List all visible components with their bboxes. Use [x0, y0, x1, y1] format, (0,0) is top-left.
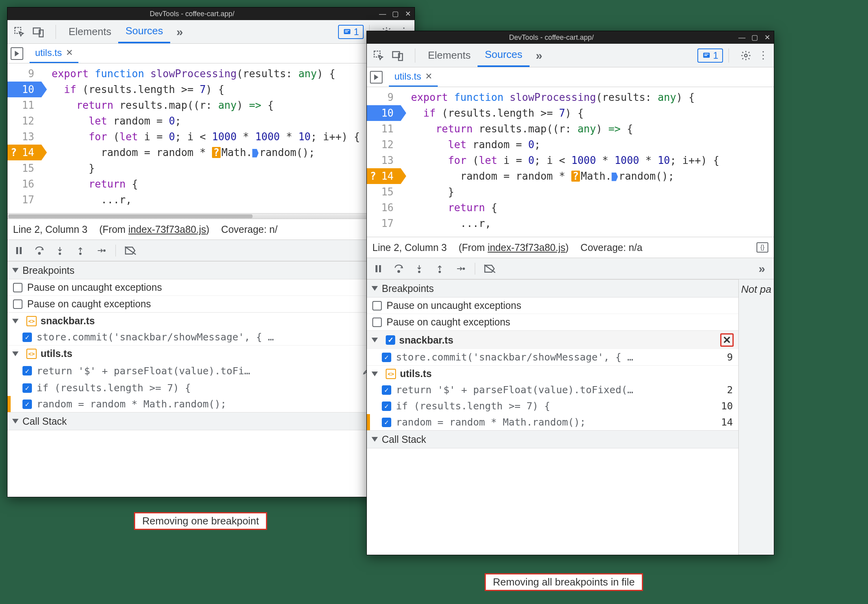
checkbox-checked[interactable]: ✓ — [382, 418, 391, 427]
maximize-icon[interactable]: ▢ — [751, 34, 758, 41]
tab-elements[interactable]: Elements — [421, 44, 478, 67]
code-lines[interactable]: export function slowProcessing(results: … — [401, 87, 774, 237]
breakpoint-row[interactable]: ✓ random = random * Math.random(); 14 — [367, 414, 738, 430]
checkbox-unchecked[interactable] — [372, 318, 382, 327]
breakpoint-row[interactable]: ✓ if (results.length >= 7) { 10 — [367, 398, 738, 414]
maximize-icon[interactable]: ▢ — [392, 10, 399, 17]
checkbox-checked[interactable]: ✓ — [22, 383, 32, 393]
checkbox-checked[interactable]: ✓ — [22, 366, 32, 375]
tab-sources[interactable]: Sources — [478, 44, 529, 67]
file-tab-utils[interactable]: utils.ts ✕ — [30, 44, 78, 63]
debugger-toolbar — [7, 240, 414, 261]
tab-overflow[interactable]: » — [530, 49, 549, 62]
deactivate-breakpoints-icon[interactable] — [484, 263, 496, 275]
step-into-icon[interactable] — [413, 263, 425, 275]
file-tab-utils[interactable]: utils.ts ✕ — [389, 67, 438, 87]
device-toggle-icon[interactable] — [31, 25, 45, 39]
step-icon[interactable] — [95, 245, 107, 256]
source-from[interactable]: (From index-73f73a80.js) — [459, 242, 569, 253]
checkbox-checked[interactable]: ✓ — [382, 401, 391, 411]
navigator-toggle-icon[interactable] — [11, 47, 23, 60]
breakpoint-row[interactable]: ✓ store.commit('snackbar/showMessage', {… — [367, 349, 738, 365]
step-icon[interactable] — [454, 263, 466, 275]
checkbox-checked[interactable]: ✓ — [22, 400, 32, 409]
issues-icon — [702, 51, 711, 60]
tab-sources[interactable]: Sources — [118, 20, 170, 43]
devtools-window-right: DevTools - coffee-cart.app/ — ▢ ✕ Elemen… — [366, 31, 774, 555]
pretty-print-icon[interactable]: {} — [756, 242, 768, 253]
step-out-icon[interactable] — [434, 263, 446, 275]
remove-file-breakpoints-icon[interactable]: ✕ — [722, 335, 732, 345]
breakpoints-section-header[interactable]: Breakpoints — [7, 261, 414, 279]
checkbox-checked[interactable]: ✓ — [382, 353, 391, 362]
issues-count: 1 — [713, 50, 718, 61]
tab-overflow[interactable]: » — [170, 25, 190, 39]
breakpoint-row-hovered[interactable]: ✓ return '$' + parseFloat(value).toFi… ✕… — [7, 362, 414, 380]
svg-point-9 — [80, 253, 81, 255]
pause-caught-row[interactable]: Pause on caught exceptions — [367, 314, 738, 331]
pause-icon[interactable] — [372, 263, 384, 275]
titlebar[interactable]: DevTools - coffee-cart.app/ — ▢ ✕ — [7, 7, 414, 20]
breakpoint-row[interactable]: ✓ return '$' + parseFloat(value).toFixed… — [367, 382, 738, 398]
coverage-label: Coverage: n/ — [221, 224, 277, 235]
titlebar[interactable]: DevTools - coffee-cart.app/ — ▢ ✕ — [367, 31, 774, 44]
code-lines[interactable]: export function slowProcessing(results: … — [41, 63, 414, 213]
gutter[interactable]: 9 10 11 12 13 ?14 15 16 17 — [367, 87, 401, 237]
device-toggle-icon[interactable] — [390, 48, 405, 63]
breakpoint-file-group-hovered[interactable]: ✓ snackbar.ts ✕ — [367, 331, 738, 349]
statusline: Line 2, Column 3 (From index-73f73a80.js… — [367, 237, 774, 258]
step-over-icon[interactable] — [33, 245, 45, 256]
code-editor[interactable]: 9 10 11 12 13 ?14 15 16 17 export functi… — [367, 87, 774, 237]
step-into-icon[interactable] — [54, 245, 66, 256]
close-tab-icon[interactable]: ✕ — [425, 71, 432, 82]
breakpoint-file-group[interactable]: <> snackbar.ts — [7, 312, 414, 329]
checkbox-unchecked[interactable] — [13, 299, 22, 309]
close-tab-icon[interactable]: ✕ — [66, 48, 73, 58]
breakpoint-file-group[interactable]: <> utils.ts — [7, 345, 414, 362]
issues-badge[interactable]: 1 — [338, 25, 364, 39]
svg-point-7 — [39, 252, 41, 254]
navigator-toggle-icon[interactable] — [370, 71, 383, 84]
breakpoint-row[interactable]: ✓ store.commit('snackbar/showMessage', {… — [7, 329, 414, 345]
step-out-icon[interactable] — [74, 245, 86, 256]
svg-point-20 — [439, 271, 441, 273]
checkbox-checked[interactable]: ✓ — [386, 335, 395, 345]
breakpoint-file-group[interactable]: <> utils.ts — [367, 365, 738, 382]
minimize-icon[interactable]: — — [379, 10, 386, 17]
pause-uncaught-row[interactable]: Pause on uncaught exceptions — [367, 297, 738, 314]
conditional-breakpoint-indicator — [7, 396, 11, 412]
breakpoint-row[interactable]: ✓ if (results.length >= 7) { 10 — [7, 380, 414, 396]
minimize-icon[interactable]: — — [738, 34, 745, 41]
gear-icon[interactable] — [740, 50, 752, 61]
call-stack-section-header[interactable]: Call Stack — [7, 412, 414, 430]
pause-icon[interactable] — [13, 245, 25, 256]
checkbox-unchecked[interactable] — [372, 301, 382, 310]
pause-caught-row[interactable]: Pause on caught exceptions — [7, 296, 414, 312]
close-window-icon[interactable]: ✕ — [764, 34, 771, 41]
line-number: 9 — [367, 89, 401, 105]
call-stack-section-header[interactable]: Call Stack — [367, 430, 738, 448]
tab-elements[interactable]: Elements — [61, 20, 118, 43]
inspect-icon[interactable] — [372, 48, 386, 63]
checkbox-unchecked[interactable] — [13, 283, 22, 292]
source-from[interactable]: (From index-73f73a80.js) — [99, 224, 209, 235]
close-window-icon[interactable]: ✕ — [404, 10, 411, 17]
pause-uncaught-row[interactable]: Pause on uncaught exceptions — [7, 279, 414, 296]
panel-overflow[interactable]: » — [755, 262, 768, 275]
line-number: 17 — [367, 216, 401, 231]
breakpoint-row[interactable]: ✓ random = random * Math.random(); 14 — [7, 396, 414, 412]
checkbox-checked[interactable]: ✓ — [22, 333, 32, 342]
debugger-toolbar: » — [367, 258, 774, 279]
gutter[interactable]: 9 10 11 12 13 ?14 15 16 17 — [7, 63, 41, 213]
line-number: 12 — [7, 113, 41, 129]
inspect-icon[interactable] — [12, 25, 26, 39]
issues-badge[interactable]: 1 — [697, 48, 723, 63]
deactivate-breakpoints-icon[interactable] — [125, 245, 136, 256]
step-over-icon[interactable] — [393, 263, 405, 275]
kebab-icon[interactable]: ⋮ — [757, 50, 769, 61]
checkbox-checked[interactable]: ✓ — [382, 385, 391, 395]
horizontal-scrollbar[interactable] — [7, 213, 414, 219]
code-editor[interactable]: 9 10 11 12 13 ?14 15 16 17 export functi… — [7, 63, 414, 213]
breakpoints-section-header[interactable]: Breakpoints — [367, 279, 738, 297]
line-number: 9 — [7, 66, 41, 82]
